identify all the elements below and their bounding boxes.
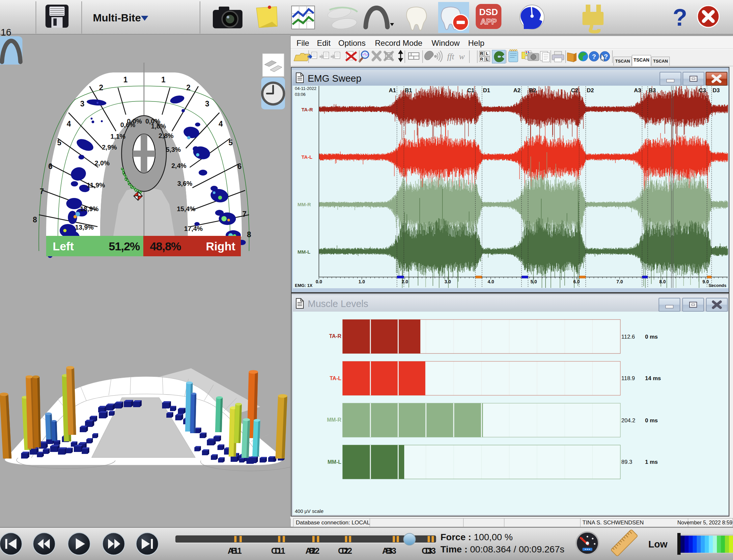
svg-text:B2: B2 [309,546,320,555]
svg-text:5: 5 [229,138,233,147]
svg-text:C2: C2 [571,87,578,94]
svg-text:APP: APP [480,17,496,26]
svg-text:L: L [486,51,489,56]
svg-text:EMG: 1X: EMG: 1X [295,283,313,288]
svg-text:3: 3 [205,99,210,108]
svg-text:w: w [459,52,465,61]
svg-text:6: 6 [238,162,242,171]
svg-text:6.0: 6.0 [573,279,580,284]
svg-text:1,1%: 1,1% [110,133,126,140]
svg-text:B3: B3 [649,87,656,94]
svg-text:3.0: 3.0 [444,279,451,284]
svg-text:TA-L: TA-L [330,376,341,381]
svg-text:13,9%: 13,9% [75,224,94,231]
svg-text:11,9%: 11,9% [87,182,105,189]
svg-text:5: 5 [57,138,62,147]
svg-text:03:06: 03:06 [295,92,306,97]
svg-text:DSD: DSD [479,7,498,17]
svg-text:R: R [480,51,483,56]
svg-text:MM-L: MM-L [327,459,341,465]
svg-text:fft: fft [447,52,454,61]
svg-text:2,4%: 2,4% [171,162,186,169]
svg-text:D3: D3 [713,87,720,94]
svg-text:Low: Low [648,539,667,549]
svg-text:2,8%: 2,8% [158,132,174,139]
svg-text:TA-R: TA-R [301,107,313,112]
svg-text:MM-R: MM-R [297,202,311,207]
svg-text:118.9: 118.9 [621,375,635,381]
svg-text:0 ms: 0 ms [645,334,658,340]
svg-text:7: 7 [242,210,247,218]
svg-text:D3: D3 [425,546,436,555]
svg-text:B1: B1 [405,87,412,94]
svg-text:112.6: 112.6 [621,334,635,340]
svg-text:B3: B3 [386,546,396,555]
svg-text:1: 1 [124,75,128,84]
svg-text:?: ? [673,4,687,31]
svg-text:1.0: 1.0 [358,279,365,284]
svg-text:D1: D1 [483,87,490,94]
svg-text:?: ? [592,53,596,60]
svg-text:D2: D2 [342,546,352,555]
svg-text:D2: D2 [587,87,594,94]
svg-text:4: 4 [67,120,71,128]
svg-text:18,9%: 18,9% [80,205,99,212]
svg-text:L: L [486,57,489,62]
svg-text:?: ? [604,53,608,60]
svg-text:5.0: 5.0 [530,279,537,284]
svg-text:89.3: 89.3 [621,459,632,465]
svg-text:3: 3 [80,99,85,108]
svg-text:04-11-2022: 04-11-2022 [295,86,317,91]
svg-text:2.0: 2.0 [402,279,408,284]
svg-text:204.2: 204.2 [621,417,635,424]
svg-text:TA-L: TA-L [301,154,312,160]
svg-text:B2: B2 [529,87,536,94]
svg-text:2,9%: 2,9% [102,144,117,151]
svg-text:1 ms: 1 ms [645,459,658,465]
svg-text:7.0: 7.0 [616,279,623,284]
svg-text:9.0: 9.0 [702,279,709,284]
svg-text:B1: B1 [231,546,242,555]
svg-text:A2: A2 [513,87,521,94]
svg-text:4.0: 4.0 [488,279,494,284]
svg-text:MM-R: MM-R [327,417,341,423]
svg-text:7: 7 [40,187,44,196]
svg-text:A1: A1 [389,87,396,94]
svg-text:1,8%: 1,8% [151,123,166,130]
svg-text:8: 8 [33,215,37,224]
svg-text:14 ms: 14 ms [645,375,661,381]
svg-text:2: 2 [186,83,191,92]
svg-text:2,0%: 2,0% [95,159,110,167]
svg-text:2: 2 [99,83,103,92]
svg-text:3,6%: 3,6% [177,180,192,187]
svg-text:6: 6 [48,162,53,171]
svg-text:8.0: 8.0 [659,279,666,284]
svg-text:C1: C1 [467,87,474,94]
svg-text:0.0: 0.0 [316,279,322,284]
svg-text:0 ms: 0 ms [645,417,658,424]
svg-text:4: 4 [219,120,223,128]
svg-text:Seconds: Seconds [709,283,726,288]
svg-text:15,4%: 15,4% [177,205,196,212]
svg-text:400 µV scale: 400 µV scale [295,508,324,514]
svg-text:5,3%: 5,3% [166,146,181,153]
svg-text:1: 1 [161,75,166,84]
svg-text:0,6%: 0,6% [120,121,135,128]
svg-text:D1: D1 [275,546,285,555]
svg-text:17,4%: 17,4% [184,225,203,232]
svg-text:A3: A3 [634,87,641,94]
svg-text:R: R [480,57,483,62]
svg-text:MM-L: MM-L [297,249,310,255]
svg-text:C3: C3 [699,87,706,94]
svg-text:8: 8 [247,230,251,239]
svg-text:TA-R: TA-R [329,333,341,339]
